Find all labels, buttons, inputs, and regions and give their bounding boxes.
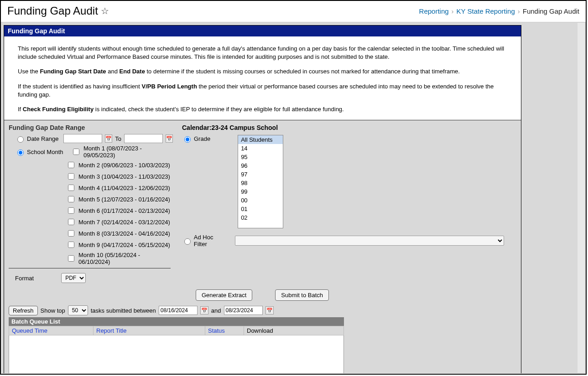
grade-radio[interactable] — [184, 136, 191, 143]
chevron-right-icon: › — [518, 7, 520, 15]
grade-option[interactable]: 95 — [238, 153, 283, 161]
calendar-icon[interactable]: 📅 — [166, 134, 173, 143]
adhoc-radio[interactable] — [184, 238, 191, 245]
show-top-select[interactable]: 50 — [68, 305, 88, 315]
month-checkbox[interactable] — [68, 255, 74, 262]
month-label: Month 9 (04/17/2024 - 05/15/2024) — [78, 242, 170, 248]
adhoc-filter-select[interactable] — [235, 236, 504, 246]
month-label: Month 2 (09/06/2023 - 10/03/2023) — [78, 162, 170, 169]
grade-option[interactable]: 98 — [238, 179, 283, 187]
month-label: Month 8 (03/13/2024 - 04/16/2024) — [78, 230, 170, 237]
month-label: Month 3 (10/04/2023 - 11/03/2023) — [78, 173, 170, 180]
and-label: and — [211, 307, 221, 314]
col-queued-time[interactable]: Queued Time — [12, 327, 47, 334]
intro-p2: Use the Funding Gap Start Date and End D… — [18, 67, 507, 76]
grade-radio-label[interactable]: Grade — [182, 135, 210, 143]
col-status[interactable]: Status — [208, 327, 225, 334]
page-title-text: Funding Gap Audit — [7, 5, 98, 17]
batch-queue-table: Queued Time Report Title Status Download — [9, 326, 344, 335]
panel-title: Funding Gap Audit — [4, 26, 521, 36]
intro-p1: This report will identify students witho… — [18, 45, 507, 61]
month-checkbox[interactable] — [68, 230, 74, 237]
month-label: Month 7 (02/14/2024 - 03/12/2024) — [78, 219, 170, 226]
end-date-input[interactable] — [124, 134, 163, 143]
start-date-input[interactable] — [63, 134, 102, 143]
month-label: Month 4 (11/04/2023 - 12/06/2023) — [78, 185, 170, 191]
month-checkbox[interactable] — [68, 242, 74, 248]
date-range-section-title: Funding Gap Date Range — [9, 124, 173, 131]
month-checkbox[interactable] — [73, 149, 79, 155]
batch-queue-body — [9, 335, 344, 373]
adhoc-radio-label[interactable]: Ad Hoc Filter — [182, 234, 228, 247]
intro-p4: If Check Funding Eligibility is indicate… — [18, 105, 507, 113]
grade-option[interactable]: 99 — [238, 187, 283, 196]
breadcrumb-current: Funding Gap Audit — [523, 7, 579, 15]
col-download: Download — [244, 326, 344, 335]
calendar-title: Calendar:23-24 Campus School — [182, 124, 516, 131]
to-label: To — [115, 135, 121, 142]
month-checkbox[interactable] — [68, 162, 74, 168]
grade-listbox[interactable]: All Students149596979899000102 — [238, 135, 283, 228]
grade-option[interactable]: 02 — [238, 213, 283, 222]
month-label: Month 1 (08/07/2023 - 09/05/2023) — [83, 145, 173, 159]
page-title: Funding Gap Audit ☆ — [7, 5, 109, 17]
month-label: Month 10 (05/16/2024 - 06/10/2024) — [78, 252, 173, 265]
month-checkbox[interactable] — [68, 219, 74, 225]
date-range-radio-label[interactable]: Date Range — [15, 135, 61, 143]
calendar-icon[interactable]: 📅 — [265, 306, 274, 314]
intro-text: This report will identify students witho… — [4, 36, 521, 120]
month-label: Month 6 (01/17/2024 - 02/13/2024) — [78, 207, 170, 214]
format-label: Format — [15, 275, 34, 282]
breadcrumb-reporting[interactable]: Reporting — [419, 7, 449, 15]
school-month-radio-label[interactable]: School Month — [15, 148, 68, 156]
grade-option[interactable]: 96 — [238, 161, 283, 170]
month-label: Month 5 (12/07/2023 - 01/16/2024) — [78, 196, 170, 203]
refresh-button[interactable]: Refresh — [9, 306, 38, 315]
month-checkbox[interactable] — [68, 173, 74, 180]
grade-option[interactable]: 14 — [238, 144, 283, 153]
date-range-radio[interactable] — [17, 136, 24, 143]
tasks-between-label: tasks submitted between — [91, 307, 156, 314]
batch-end-date[interactable] — [224, 306, 263, 315]
divider — [9, 268, 171, 268]
grade-option[interactable]: 01 — [238, 205, 283, 213]
month-checkbox[interactable] — [68, 207, 74, 214]
intro-p3: If the student is identified as having i… — [18, 82, 507, 99]
grade-option[interactable]: 97 — [238, 170, 283, 179]
vertical-scrollbar[interactable] — [578, 23, 585, 373]
calendar-icon[interactable]: 📅 — [105, 134, 112, 143]
calendar-icon[interactable]: 📅 — [200, 306, 208, 314]
favorite-star-icon[interactable]: ☆ — [101, 5, 109, 16]
school-month-radio[interactable] — [17, 149, 24, 156]
breadcrumb: Reporting › KY State Reporting › Funding… — [419, 7, 579, 15]
show-top-label: Show top — [41, 307, 65, 314]
grade-option[interactable]: All Students — [238, 135, 283, 144]
month-checkbox[interactable] — [68, 185, 74, 191]
batch-start-date[interactable] — [159, 306, 198, 315]
format-select[interactable]: PDF — [61, 273, 86, 283]
month-checkbox[interactable] — [68, 196, 74, 202]
breadcrumb-ky-state[interactable]: KY State Reporting — [457, 7, 515, 15]
col-report-title[interactable]: Report Title — [96, 327, 126, 334]
grade-option[interactable]: 00 — [238, 196, 283, 205]
chevron-right-icon: › — [452, 7, 454, 15]
submit-to-batch-button[interactable]: Submit to Batch — [275, 289, 329, 301]
generate-extract-button[interactable]: Generate Extract — [196, 289, 252, 301]
batch-queue-title: Batch Queue List — [9, 317, 344, 326]
